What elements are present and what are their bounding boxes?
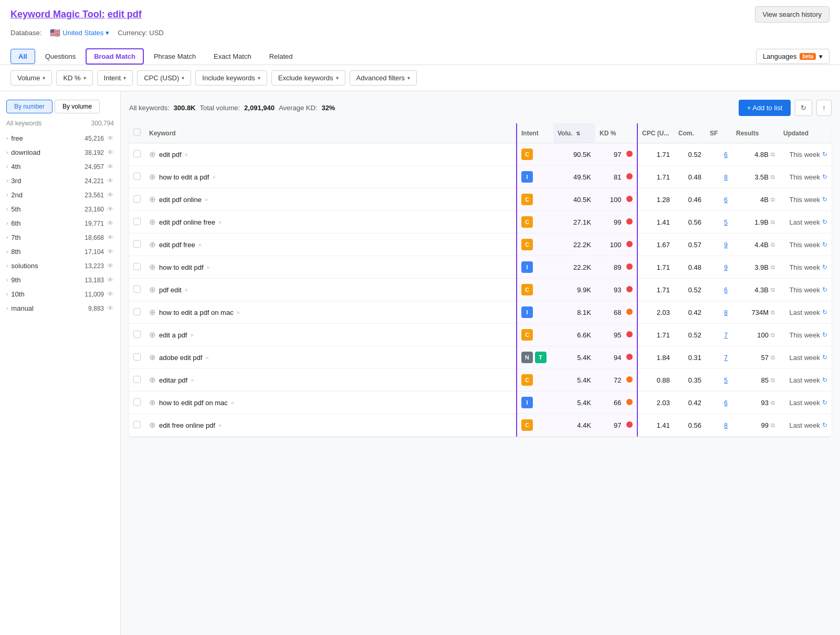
sidebar-item[interactable]: › download 38,192 👁 — [0, 145, 120, 160]
sort-by-volume[interactable]: By volume — [55, 100, 100, 113]
refresh-icon[interactable]: ↻ — [822, 173, 827, 181]
sort-by-number[interactable]: By number — [6, 100, 52, 113]
add-keyword-icon[interactable]: ⊕ — [149, 308, 156, 317]
keyword-link[interactable]: how to edit a pdf — [159, 173, 209, 181]
refresh-icon[interactable]: ↻ — [822, 421, 827, 429]
sidebar-item[interactable]: › 3rd 24,221 👁 — [0, 174, 120, 188]
tab-phrase-match[interactable]: Phrase Match — [146, 49, 204, 64]
sf-value[interactable]: 6 — [724, 151, 728, 158]
row-checkbox[interactable] — [129, 188, 145, 211]
select-all-checkbox[interactable] — [133, 129, 141, 136]
row-checkbox-input[interactable] — [133, 353, 141, 361]
eye-icon[interactable]: 👁 — [107, 205, 114, 213]
eye-icon[interactable]: 👁 — [107, 234, 114, 241]
row-checkbox[interactable] — [129, 414, 145, 437]
database-select[interactable]: 🇺🇸 United States ▾ — [50, 28, 109, 38]
keyword-link[interactable]: how to edit a pdf on mac — [159, 309, 234, 316]
keyword-link[interactable]: edit pdf online — [159, 196, 202, 204]
view-history-button[interactable]: View search history — [755, 6, 830, 23]
row-checkbox-input[interactable] — [133, 376, 141, 383]
sf-value[interactable]: 8 — [724, 422, 728, 429]
sf-value[interactable]: 6 — [724, 287, 728, 294]
sidebar-item[interactable]: › manual 9,883 👁 — [0, 301, 120, 315]
sf-value[interactable]: 5 — [724, 219, 728, 226]
row-checkbox-input[interactable] — [133, 195, 141, 203]
refresh-icon[interactable]: ↻ — [822, 354, 827, 361]
eye-icon[interactable]: 👁 — [107, 177, 114, 185]
row-sf[interactable]: 9 — [706, 256, 732, 279]
refresh-icon[interactable]: ↻ — [822, 263, 827, 271]
row-sf[interactable]: 8 — [706, 414, 732, 437]
tab-related[interactable]: Related — [261, 49, 301, 64]
row-sf[interactable]: 6 — [706, 188, 732, 211]
export-button[interactable]: ↑ — [816, 100, 832, 116]
sf-value[interactable]: 6 — [724, 399, 728, 407]
eye-icon[interactable]: 👁 — [107, 262, 114, 270]
refresh-icon[interactable]: ↻ — [822, 196, 827, 203]
row-checkbox-input[interactable] — [133, 240, 141, 248]
row-checkbox-input[interactable] — [133, 150, 141, 157]
row-sf[interactable]: 7 — [706, 346, 732, 369]
add-keyword-icon[interactable]: ⊕ — [149, 240, 156, 249]
refresh-icon[interactable]: ↻ — [822, 399, 827, 406]
row-checkbox-input[interactable] — [133, 308, 141, 315]
add-keyword-icon[interactable]: ⊕ — [149, 353, 156, 362]
add-keyword-icon[interactable]: ⊕ — [149, 330, 156, 340]
row-checkbox[interactable] — [129, 391, 145, 414]
row-checkbox-input[interactable] — [133, 398, 141, 406]
refresh-icon[interactable]: ↻ — [822, 218, 827, 226]
filter-cpc[interactable]: CPC (USD) ▾ — [137, 70, 191, 86]
keyword-link[interactable]: how to edit pdf on mac — [159, 399, 228, 407]
filter-intent[interactable]: Intent ▾ — [97, 70, 133, 86]
add-keyword-icon[interactable]: ⊕ — [149, 172, 156, 182]
sf-value[interactable]: 5 — [724, 377, 728, 384]
add-keyword-icon[interactable]: ⊕ — [149, 217, 156, 227]
row-sf[interactable]: 7 — [706, 324, 732, 346]
refresh-icon[interactable]: ↻ — [822, 241, 827, 248]
sf-value[interactable]: 7 — [724, 354, 728, 362]
row-sf[interactable]: 8 — [706, 301, 732, 324]
tab-broad-match[interactable]: Broad Match — [86, 48, 144, 65]
row-checkbox[interactable] — [129, 143, 145, 166]
row-checkbox[interactable] — [129, 324, 145, 346]
sidebar-item[interactable]: › 4th 24,957 👁 — [0, 160, 120, 174]
row-checkbox[interactable] — [129, 279, 145, 301]
add-keyword-icon[interactable]: ⊕ — [149, 398, 156, 407]
row-checkbox-input[interactable] — [133, 285, 141, 293]
row-sf[interactable]: 5 — [706, 211, 732, 234]
row-checkbox[interactable] — [129, 234, 145, 256]
add-keyword-icon[interactable]: ⊕ — [149, 420, 156, 430]
refresh-icon[interactable]: ↻ — [822, 286, 827, 293]
refresh-icon[interactable]: ↻ — [822, 376, 827, 384]
eye-icon[interactable]: 👁 — [107, 290, 114, 298]
filter-volume[interactable]: Volume ▾ — [10, 70, 52, 86]
row-checkbox-input[interactable] — [133, 421, 141, 428]
row-checkbox[interactable] — [129, 369, 145, 391]
sf-value[interactable]: 8 — [724, 174, 728, 181]
row-sf[interactable]: 8 — [706, 166, 732, 188]
eye-icon[interactable]: 👁 — [107, 219, 114, 227]
keyword-link[interactable]: how to edit pdf — [159, 263, 204, 271]
keyword-link[interactable]: pdf edit — [159, 286, 182, 294]
sidebar-item[interactable]: › 10th 11,009 👁 — [0, 287, 120, 301]
refresh-icon[interactable]: ↻ — [822, 151, 827, 158]
refresh-icon[interactable]: ↻ — [822, 331, 827, 338]
eye-icon[interactable]: 👁 — [107, 248, 114, 256]
header-volume[interactable]: Volu. ⇅ — [553, 123, 595, 143]
eye-icon[interactable]: 👁 — [107, 276, 114, 284]
eye-icon[interactable]: 👁 — [107, 191, 114, 199]
sf-value[interactable]: 7 — [724, 332, 728, 339]
keyword-link[interactable]: edit pdf free — [159, 241, 195, 249]
eye-icon[interactable]: 👁 — [107, 134, 114, 142]
row-checkbox-input[interactable] — [133, 331, 141, 338]
row-checkbox[interactable] — [129, 211, 145, 234]
filter-include[interactable]: Include keywords ▾ — [195, 70, 267, 86]
keyword-link[interactable]: edit pdf online free — [159, 218, 215, 226]
row-sf[interactable]: 5 — [706, 369, 732, 391]
add-keyword-icon[interactable]: ⊕ — [149, 195, 156, 204]
refresh-icon[interactable]: ↻ — [822, 309, 827, 316]
sidebar-item[interactable]: › 5th 23,160 👁 — [0, 202, 120, 216]
keyword-link[interactable]: edit pdf — [159, 151, 182, 158]
row-checkbox-input[interactable] — [133, 173, 141, 180]
filter-advanced[interactable]: Advanced filters ▾ — [350, 70, 417, 86]
